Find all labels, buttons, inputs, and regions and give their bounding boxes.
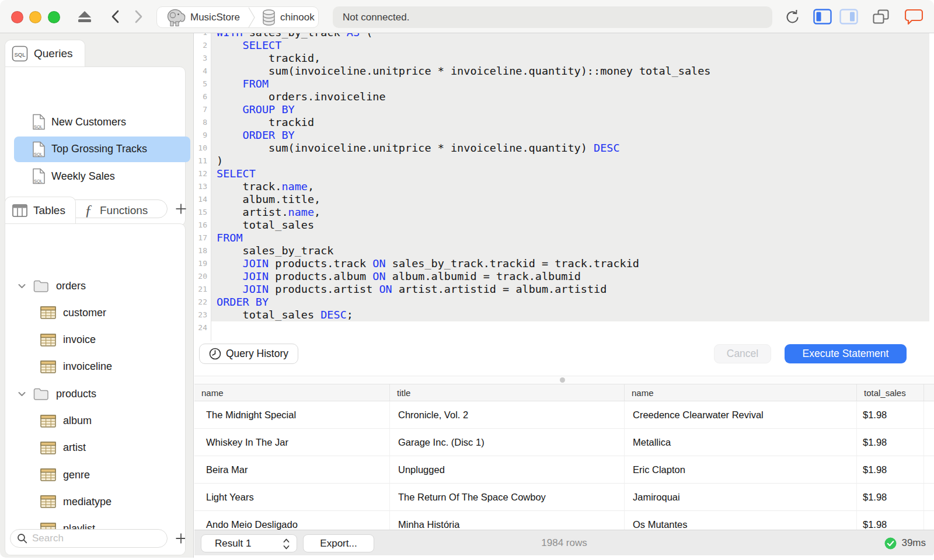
query-duration: 39ms bbox=[884, 530, 926, 556]
results-cell[interactable]: Whiskey In The Jar bbox=[194, 429, 390, 456]
results-row[interactable]: Whiskey In The JarGarage Inc. (Disc 1)Me… bbox=[194, 429, 934, 456]
results-cell[interactable]: $1.98 bbox=[857, 511, 924, 530]
disclosure-chevron-icon[interactable] bbox=[18, 391, 26, 397]
feedback-chat-button[interactable] bbox=[904, 0, 923, 33]
back-button[interactable] bbox=[109, 0, 121, 33]
tab-tables[interactable]: Tables bbox=[5, 197, 76, 224]
result-selector[interactable]: Result 1 bbox=[201, 534, 297, 552]
results-cell[interactable]: The Return Of The Space Cowboy bbox=[390, 484, 625, 510]
results-cell[interactable]: Minha História bbox=[390, 511, 625, 530]
tree-table[interactable]: genre bbox=[40, 465, 90, 485]
results-column-header[interactable] bbox=[924, 384, 934, 401]
toggle-left-sidebar-button[interactable] bbox=[813, 0, 832, 33]
results-cell[interactable]: Ando Meio Desligado bbox=[194, 511, 390, 530]
tree-table[interactable]: invoice bbox=[40, 330, 96, 350]
results-cell[interactable]: Garage Inc. (Disc 1) bbox=[390, 429, 625, 456]
results-column-header[interactable]: title bbox=[390, 384, 625, 401]
results-column-header[interactable]: name bbox=[194, 384, 390, 401]
breadcrumb-connection[interactable]: MusicStore bbox=[190, 12, 240, 23]
results-column-header[interactable]: name bbox=[625, 384, 857, 401]
add-table-button[interactable] bbox=[173, 531, 186, 546]
results-cell[interactable]: Creedence Clearwater Revival bbox=[625, 401, 857, 428]
results-cell[interactable] bbox=[924, 484, 934, 510]
results-row[interactable]: The Midnight SpecialChronicle, Vol. 2Cre… bbox=[194, 401, 934, 429]
minimize-window-button[interactable] bbox=[29, 11, 41, 23]
results-row[interactable]: Ando Meio DesligadoMinha HistóriaOs Muta… bbox=[194, 511, 934, 530]
results-cell[interactable] bbox=[924, 511, 934, 530]
results-cell[interactable]: Jamiroquai bbox=[625, 484, 857, 510]
results-cell[interactable] bbox=[924, 429, 934, 456]
tab-queries[interactable]: SQL Queries bbox=[5, 40, 85, 67]
sql-code: 1WITH sales_by_track AS (2 SELECT3 track… bbox=[194, 33, 934, 334]
results-cell[interactable] bbox=[924, 401, 934, 428]
line-number: 20 bbox=[194, 270, 211, 283]
tree-table[interactable]: album bbox=[40, 411, 92, 431]
tree-table-label: invoiceline bbox=[63, 360, 112, 373]
tree-table[interactable]: customer bbox=[40, 303, 106, 323]
cancel-button[interactable]: Cancel bbox=[714, 344, 771, 363]
pane-resize-handle[interactable] bbox=[194, 376, 934, 384]
tables-panel: orders customer invoice invoiceline prod… bbox=[5, 223, 186, 555]
add-query-button[interactable] bbox=[173, 201, 189, 216]
code-line: 2 SELECT bbox=[194, 39, 934, 52]
tree-table[interactable]: invoiceline bbox=[40, 357, 112, 377]
results-cell[interactable]: Eric Clapton bbox=[625, 456, 857, 483]
tree-table[interactable]: artist bbox=[40, 438, 86, 458]
query-item[interactable]: SQL Top Grossing Tracks bbox=[14, 136, 190, 162]
results-cell[interactable]: Light Years bbox=[194, 484, 390, 510]
tables-search-field[interactable] bbox=[10, 529, 168, 548]
table-icon bbox=[40, 442, 56, 454]
query-item[interactable]: SQL Weekly Sales bbox=[14, 163, 190, 189]
code-line: 15 artist.name, bbox=[194, 206, 934, 219]
results-cell[interactable]: $1.98 bbox=[857, 429, 924, 456]
eject-icon[interactable] bbox=[76, 0, 93, 33]
chevron-down-icon bbox=[18, 284, 26, 289]
forward-button[interactable] bbox=[132, 0, 145, 33]
zoom-window-button[interactable] bbox=[48, 11, 60, 23]
code-line: 22ORDER BY bbox=[194, 296, 934, 309]
tab-functions[interactable]: ƒ Functions bbox=[76, 197, 169, 224]
code-line: 14 album.title, bbox=[194, 193, 934, 206]
sql-file-icon: SQL bbox=[32, 141, 46, 158]
toggle-right-sidebar-button[interactable] bbox=[839, 0, 858, 33]
breadcrumb[interactable]: MusicStore chinook bbox=[156, 6, 319, 28]
line-number: 22 bbox=[194, 296, 211, 309]
line-number: 11 bbox=[194, 155, 211, 167]
results-column-header[interactable]: total_sales bbox=[857, 384, 924, 401]
results-cell[interactable]: Metallica bbox=[625, 429, 857, 456]
line-number: 16 bbox=[194, 219, 211, 232]
results-cell[interactable]: The Midnight Special bbox=[194, 401, 390, 428]
code-line: 12SELECT bbox=[194, 167, 934, 180]
results-row[interactable]: Light YearsThe Return Of The Space Cowbo… bbox=[194, 484, 934, 511]
results-cell[interactable]: $1.98 bbox=[857, 484, 924, 510]
results-cell[interactable]: $1.98 bbox=[857, 456, 924, 483]
export-button[interactable]: Export... bbox=[303, 534, 374, 552]
tree-table[interactable]: mediatype bbox=[40, 492, 111, 512]
tree-folder[interactable]: orders bbox=[18, 276, 86, 296]
tables-search-input[interactable] bbox=[32, 533, 155, 544]
code-line: 11) bbox=[194, 155, 934, 167]
results-cell[interactable] bbox=[924, 456, 934, 483]
windows-icon[interactable] bbox=[872, 0, 890, 33]
code-line: 6 orders.invoiceline bbox=[194, 90, 934, 103]
close-window-button[interactable] bbox=[11, 11, 23, 23]
results-row[interactable]: Beira MarUnpluggedEric Clapton$1.98 bbox=[194, 456, 934, 484]
results-cell[interactable]: Chronicle, Vol. 2 bbox=[390, 401, 625, 428]
refresh-button[interactable] bbox=[784, 0, 800, 33]
svg-text:SQL: SQL bbox=[14, 51, 25, 58]
breadcrumb-database[interactable]: chinook bbox=[280, 12, 315, 23]
query-item[interactable]: SQL New Customers bbox=[14, 109, 190, 135]
execute-statement-button[interactable]: Execute Statement bbox=[785, 344, 907, 363]
results-cell[interactable]: Beira Mar bbox=[194, 456, 390, 483]
results-body: The Midnight SpecialChronicle, Vol. 2Cre… bbox=[194, 401, 934, 530]
sql-editor[interactable]: 1WITH sales_by_track AS (2 SELECT3 track… bbox=[194, 33, 934, 341]
tree-folder[interactable]: products bbox=[18, 384, 96, 404]
code-line: 10 sum(invoiceline.unitprice * invoiceli… bbox=[194, 142, 934, 155]
table-icon bbox=[40, 468, 56, 481]
disclosure-chevron-icon[interactable] bbox=[18, 284, 26, 289]
results-cell[interactable]: $1.98 bbox=[857, 401, 924, 428]
results-cell[interactable]: Os Mutantes bbox=[625, 511, 857, 530]
results-cell[interactable]: Unplugged bbox=[390, 456, 625, 483]
query-history-button[interactable]: Query History bbox=[199, 344, 298, 364]
chevron-down-icon bbox=[18, 391, 26, 397]
